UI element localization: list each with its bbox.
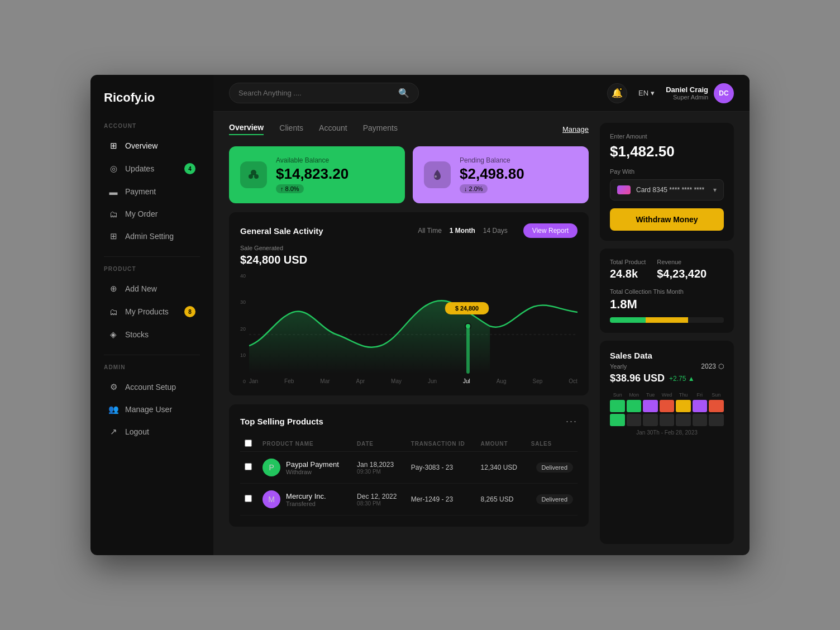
chart-header: General Sale Activity All Time 1 Month 1… [240,223,578,238]
x-label-mar: Mar [320,378,330,384]
row-2-checkbox[interactable] [245,495,252,502]
year-selector[interactable]: 2023 ⬡ [701,362,724,370]
y-label-20: 20 [240,326,246,332]
manage-link[interactable]: Manage [562,125,589,133]
my-products-icon: 🗂 [108,307,118,317]
cal-cell-14 [709,414,724,426]
enter-amount-label: Enter Amount [610,133,724,140]
filter-1-month[interactable]: 1 Month [450,227,475,235]
progress-green [610,317,646,323]
cal-cell-7 [709,400,724,412]
chart-area: $ 24,800 [249,273,578,374]
logout-icon: ↗ [108,427,118,437]
table-more-icon[interactable]: ··· [566,416,578,427]
top-selling-card: Top Selling Products ··· PRODUCT NAME DA… [229,404,589,527]
table-card-header: Top Selling Products ··· [240,416,578,427]
svg-rect-8 [466,326,470,374]
select-all-checkbox[interactable] [245,440,252,447]
card-selector[interactable]: Card 8345 **** **** **** ▾ [610,179,724,201]
product-icon-mercury: M [262,490,280,508]
search-bar[interactable]: 🔍 [229,83,419,103]
row-1-checkbox[interactable] [245,463,252,470]
sidebar-item-admin-setting[interactable]: ⊞ Admin Setting [95,226,209,247]
chart-time-filters: All Time 1 Month 14 Days View Report [418,223,578,238]
card-chevron-icon: ▾ [713,186,717,194]
tab-overview[interactable]: Overview [229,123,264,135]
tab-account[interactable]: Account [319,123,347,135]
balance-cards-row: Available Balance $14,823.20 ↑ 8.0% [229,146,589,203]
sales-yearly-label: Yearly [610,363,627,370]
y-label-40: 40 [240,273,246,279]
sidebar-item-manage-user[interactable]: 👥 Manage User [95,399,209,420]
sidebar-item-my-products[interactable]: 🗂 My Products 8 [95,300,209,323]
day-fri: Fri [692,392,707,398]
date-main-2: Dec 12, 2022 [357,493,402,500]
notification-bell[interactable]: 🔔 [607,83,627,103]
user-role: Super Admin [666,94,708,101]
search-input[interactable] [238,89,394,97]
calendar-day-headers: Sun Mon Tue Wed Thu Fri Sun [610,392,724,398]
sidebar-item-updates[interactable]: ◎ Updates 4 [95,157,209,180]
sidebar-item-my-order[interactable]: 🗂 My Order [95,203,209,225]
x-label-jan: Jan [249,378,258,384]
main-content: 🔍 🔔 EN ▾ Daniel Craig Super Admin DC [213,75,750,555]
sidebar-item-stocks[interactable]: ◈ Stocks [95,324,209,345]
mini-calendar: Sun Mon Tue Wed Thu Fri Sun [610,392,724,436]
year-chevron-icon: ⬡ [718,362,724,370]
total-product-label: Total Product [610,259,646,265]
sidebar-item-add-new[interactable]: ⊕ Add New [95,278,209,299]
day-tue: Tue [643,392,658,398]
sales-data-card: Sales Data Yearly 2023 ⬡ $38.96 USD +2.7… [600,341,734,544]
product-icon-paypal: P [262,459,280,476]
sidebar-item-overview[interactable]: ⊞ Overview [95,135,209,156]
total-product-stat: Total Product 24.8k [610,259,646,280]
table-row: P Paypal Payment Withdraw Jan 18,2023 [240,452,578,484]
tab-payments[interactable]: Payments [363,123,398,135]
date-time-2: 08:30 PM [357,500,402,507]
stocks-icon: ◈ [108,330,118,340]
sidebar-item-payment[interactable]: ▬ Payment [95,181,209,202]
language-selector[interactable]: EN ▾ [638,89,655,97]
x-label-apr: Apr [356,378,365,384]
date-time-1: 09:30 PM [357,469,402,475]
pending-balance-badge: ↓ 2.0% [460,184,488,193]
transaction-id-2: Mer-1249 - 23 [407,484,476,516]
add-new-icon: ⊕ [108,284,118,294]
tab-clients[interactable]: Clients [279,123,303,135]
updates-icon: ◎ [108,164,118,174]
view-report-button[interactable]: View Report [523,223,578,238]
total-product-value: 24.8k [610,268,646,280]
right-panel: Enter Amount $1,482.50 Pay With Card 834… [600,123,734,544]
cal-cell-10 [643,414,658,426]
col-product-name: PRODUCT NAME [258,436,352,452]
avatar[interactable]: DC [714,83,734,103]
sidebar-item-logout[interactable]: ↗ Logout [95,421,209,442]
stats-row: Total Product 24.8k Revenue $4,23,420 [610,259,724,280]
cal-cell-6 [693,400,708,412]
sales-change: +2.75 ▲ [669,375,695,383]
products-table: PRODUCT NAME DATE TRANSACTION ID AMOUNT … [240,436,578,516]
x-label-oct: Oct [569,378,578,384]
cal-cell-1 [610,400,625,412]
withdraw-money-button[interactable]: Withdraw Money [610,208,724,231]
x-label-may: May [391,378,402,384]
transaction-id-1: Pay-3083 - 23 [407,452,476,484]
filter-14-days[interactable]: 14 Days [483,227,508,235]
content-left: Overview Clients Account Payments Manage [229,123,589,544]
status-2: Delivered [527,484,578,516]
cal-cell-8 [610,414,625,426]
tab-bar: Overview Clients Account Payments Manage [229,123,589,135]
sidebar-item-account-setup[interactable]: ⚙ Account Setup [95,376,209,398]
amount-card: Enter Amount $1,482.50 Pay With Card 834… [600,123,734,241]
product-info-mercury: Mercury Inc. Transfered [286,492,326,507]
row-checkbox-2 [240,484,258,516]
filter-all-time[interactable]: All Time [418,227,442,235]
pending-balance-label: Pending Balance [460,156,524,164]
chart-card: General Sale Activity All Time 1 Month 1… [229,212,589,395]
available-balance-info: Available Balance $14,823.20 ↑ 8.0% [276,156,349,193]
stats-card: Total Product 24.8k Revenue $4,23,420 To… [600,249,734,333]
col-checkbox [240,436,258,452]
product-name-cell-2: M Mercury Inc. Transfered [258,484,352,516]
progress-yellow [646,317,688,323]
progress-dark [688,317,724,323]
